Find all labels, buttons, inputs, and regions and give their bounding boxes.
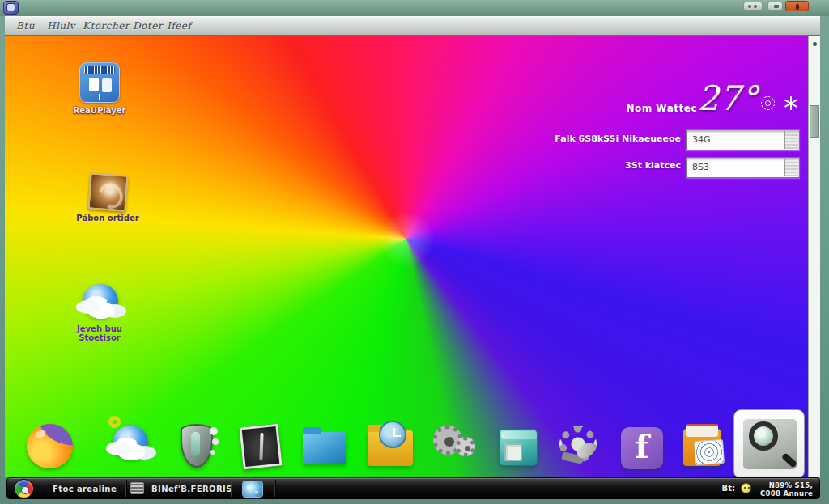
- icon-title-strip: [84, 66, 115, 74]
- search-magnifier-icon: [749, 421, 778, 451]
- desktop[interactable]: ReaUPlayer Pábon ortider Jeveh buu Stoet…: [5, 36, 808, 477]
- system-tray: Bt: N89% S15, C008 Annure: [685, 480, 814, 498]
- dock-item-facebook[interactable]: f: [616, 419, 668, 474]
- maximize-button[interactable]: [767, 2, 783, 11]
- start-orb-button[interactable]: [14, 479, 34, 498]
- cube-box-icon: [499, 429, 538, 466]
- desktop-shortcut-weather[interactable]: Jeveh buu Stoetisor: [55, 284, 144, 342]
- task-button-1[interactable]: Ftoc arealine: [53, 481, 117, 497]
- task-button-3-thumbnail[interactable]: [242, 481, 263, 498]
- minimize-glyph: [754, 5, 757, 8]
- scrollbar-thumb[interactable]: [810, 105, 819, 138]
- photo-icon: [239, 424, 282, 470]
- weather-field-1-label: Falk 6S8kSSi Nikaeueeoe: [527, 133, 681, 144]
- weather-field-1-value: 34G: [692, 134, 711, 145]
- taskbar-divider: [125, 480, 126, 497]
- tray-clock-line2: C008 Annure: [753, 489, 813, 498]
- facebook-icon: f: [621, 427, 663, 469]
- menu-item-file[interactable]: Btu: [16, 20, 35, 32]
- clock-icon: [379, 421, 406, 448]
- ball-browser-icon: [27, 424, 73, 468]
- task-button-2-icon: [130, 482, 144, 494]
- snowflake-condition-icon: [784, 96, 797, 110]
- dock-item-settings[interactable]: [430, 419, 482, 474]
- app-logo-icon: [3, 1, 19, 15]
- taskbar-divider: [231, 480, 232, 497]
- cloud: [106, 442, 130, 455]
- icon-glyph: [89, 78, 99, 91]
- taskbar-divider: [274, 480, 275, 497]
- weather-field-2-label: 3St kiatcec: [527, 160, 681, 171]
- vertical-scrollbar[interactable]: [808, 36, 820, 477]
- vm-window: Btu Hlulv Ktorcher Doter Ifeef ReaUPlaye…: [0, 0, 829, 504]
- weather-location-label: Nom Wattec: [572, 103, 697, 114]
- weather-temperature: 27°: [689, 78, 766, 118]
- weather-globe-icon: [76, 284, 123, 321]
- archive-box-icon: [683, 429, 721, 466]
- bubbles: [210, 427, 218, 435]
- dock-item-shield[interactable]: [171, 419, 223, 474]
- photo-thumbnail-icon: [87, 172, 128, 211]
- task-button-2[interactable]: BINef'B.FERORIS: [151, 481, 232, 497]
- menu-item-view[interactable]: Hlulv: [47, 20, 75, 32]
- dock-item-search-highlighted[interactable]: [733, 409, 805, 477]
- dock-item-photo[interactable]: [235, 419, 287, 474]
- weather-field-1-input[interactable]: 34G: [686, 129, 800, 150]
- shortcut-label: Pábon ortider: [63, 214, 152, 222]
- scroll-up-icon[interactable]: [813, 42, 817, 46]
- gears-settings-icon: [456, 437, 475, 456]
- tray-clock-line1: N89% S15,: [753, 481, 813, 489]
- maximize-glyph: [774, 5, 779, 8]
- menu-bar: Btu Hlulv Ktorcher Doter Ifeef: [5, 16, 820, 36]
- close-button[interactable]: [785, 1, 809, 11]
- blue-folder-icon: [303, 432, 346, 464]
- menu-item-devices[interactable]: Doter: [133, 20, 163, 32]
- media-player-icon: [79, 62, 120, 103]
- shortcut-label: Jeveh buu Stoetisor: [55, 324, 144, 342]
- gear-ring-icon: [559, 426, 597, 463]
- dock-item-weather[interactable]: [104, 419, 155, 474]
- tray-prefix: Bt:: [722, 484, 735, 493]
- spinner-control[interactable]: [784, 159, 798, 176]
- menu-item-machine[interactable]: Ktorcher: [83, 20, 130, 32]
- cloud: [76, 300, 100, 314]
- minimize-glyph: [748, 5, 751, 8]
- dock-item-cube[interactable]: [492, 419, 544, 474]
- dock-item-gear-ring[interactable]: [553, 419, 605, 474]
- dock-item-folder[interactable]: [298, 419, 350, 474]
- weather-field-2-input[interactable]: 8S3: [686, 157, 800, 178]
- dock-item-archive[interactable]: [677, 419, 729, 474]
- minimize-button[interactable]: [743, 2, 763, 11]
- weather-field-2-value: 8S3: [692, 162, 709, 172]
- smiley-tray-icon[interactable]: [741, 483, 751, 493]
- shield-icon: [181, 424, 213, 468]
- title-bar[interactable]: [0, 0, 829, 16]
- spinner-control[interactable]: [784, 131, 798, 149]
- shortcut-label: ReaUPlayer: [55, 106, 144, 115]
- desktop-shortcut-media-player[interactable]: ReaUPlayer: [55, 62, 144, 115]
- dock-item-ball-browser[interactable]: [24, 419, 76, 474]
- taskbar: Ftoc arealine BINef'B.FERORIS Bt: N89% S…: [6, 477, 820, 499]
- dock-item-history-folder[interactable]: [364, 419, 416, 474]
- menu-item-help[interactable]: Ifeef: [167, 20, 191, 32]
- weather-globe-icon: [106, 426, 153, 463]
- sun-condition-icon: [761, 96, 775, 110]
- desktop-shortcut-photo[interactable]: Pábon ortider: [63, 174, 152, 222]
